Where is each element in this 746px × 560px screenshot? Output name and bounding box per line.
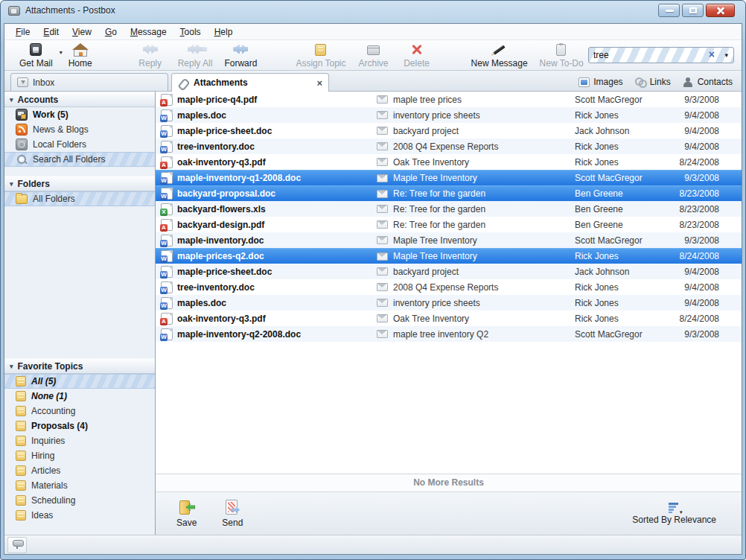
sidebar-item-search-all-folders[interactable]: Search All Folders — [4, 152, 155, 167]
search-clear-icon[interactable]: × — [709, 48, 715, 60]
forward-icon[interactable]: Forward ▾ — [221, 42, 260, 69]
topic-item-articles[interactable]: Articles — [4, 463, 155, 478]
topic-item-none[interactable]: None (1) — [4, 389, 155, 404]
attachment-subject: 2008 Q4 Expense Reports — [393, 141, 575, 152]
attachment-row[interactable]: maple-price-sheet.doc backyard project J… — [156, 123, 742, 139]
topic-item-ideas[interactable]: Ideas — [4, 508, 155, 523]
topic-item-hiring[interactable]: Hiring — [4, 448, 155, 463]
topic-item-proposals[interactable]: Proposals (4) — [4, 419, 155, 433]
send-button[interactable]: Send — [222, 499, 243, 528]
file-type-icon — [161, 328, 173, 340]
topic-item-scheduling[interactable]: Scheduling — [4, 493, 155, 508]
attachment-subject: maple tree inventory Q2 — [393, 329, 575, 340]
attachment-filename: oak-inventory-q3.pdf — [177, 157, 377, 168]
minimize-icon — [666, 10, 674, 12]
attachment-row[interactable]: maple-price-q4.pdf maple tree prices Sco… — [156, 92, 742, 107]
attachment-row[interactable]: backyard-proposal.doc Re: Tree for the g… — [156, 185, 742, 201]
topic-item-all[interactable]: All (5) — [4, 374, 155, 389]
topic-item-label: Inquiries — [31, 436, 65, 446]
file-type-icon — [161, 297, 173, 309]
reply-icon[interactable]: Reply ▾ — [132, 42, 169, 69]
archive-icon[interactable]: Archive ▾ — [355, 42, 392, 69]
topic-item-materials[interactable]: Materials — [4, 478, 155, 493]
sidebar-gap — [4, 167, 155, 176]
filter-label: Images — [593, 77, 622, 87]
sidebar-item-news-blogs[interactable]: News & Blogs — [4, 122, 155, 137]
home-icon[interactable]: Home ▾ — [62, 42, 99, 69]
topic-item-accounting[interactable]: Accounting — [4, 404, 155, 419]
attachment-subject: Re: Tree for the garden — [393, 188, 575, 199]
contacts-filter[interactable]: Contacts — [683, 77, 733, 87]
attachment-subject: 2008 Q4 Expense Reports — [393, 282, 575, 293]
menu-go[interactable]: Go — [98, 25, 124, 39]
close-tab-icon[interactable]: × — [316, 77, 322, 89]
attachment-row[interactable]: tree-inventory.doc 2008 Q4 Expense Repor… — [156, 279, 742, 295]
sidebar-item-work[interactable]: Work (5) — [4, 107, 155, 122]
tab-bar: Inbox × Attachments × Images — [4, 71, 742, 92]
new-todo-icon[interactable]: New To-Do ▾ — [537, 42, 587, 69]
menu-message[interactable]: Message — [124, 25, 173, 39]
sidebar-item-all-folders[interactable]: All Folders — [4, 191, 155, 206]
menu-view[interactable]: View — [66, 25, 98, 39]
attachments-panel: maple-price-q4.pdf maple tree prices Sco… — [156, 92, 742, 535]
menu-edit[interactable]: Edit — [36, 25, 66, 39]
attachment-sender: Jack Johnson — [575, 267, 663, 277]
attachment-row[interactable]: maple-price-sheet.doc backyard project J… — [156, 264, 742, 279]
attachment-row[interactable]: maple-prices-q2.doc Maple Tree Inventory… — [156, 248, 742, 264]
attachment-subject: maple tree prices — [393, 95, 575, 105]
attachment-row[interactable]: maple-inventory-q1-2008.doc Maple Tree I… — [156, 170, 742, 185]
delete-icon[interactable]: Delete ▾ — [398, 42, 436, 69]
attachment-row[interactable]: backyard-flowers.xls Re: Tree for the ga… — [156, 201, 742, 217]
topic-item-inquiries[interactable]: Inquiries — [4, 433, 155, 448]
attachment-row[interactable]: oak-inventory-q3.pdf Oak Tree Inventory … — [156, 311, 742, 326]
save-button[interactable]: Save — [176, 499, 197, 528]
minimize-button[interactable] — [658, 4, 680, 17]
file-type-icon — [161, 156, 173, 168]
folders-section-header[interactable]: ▾ Folders — [4, 176, 155, 191]
file-type-icon — [161, 125, 173, 137]
attachment-date: 9/4/2008 — [663, 141, 719, 152]
menu-tools[interactable]: Tools — [173, 25, 208, 39]
topic-icon — [16, 495, 26, 506]
attachment-date: 9/4/2008 — [663, 110, 719, 121]
attachment-row[interactable]: backyard-design.pdf Re: Tree for the gar… — [156, 217, 742, 232]
sort-bars-icon: ▾ — [668, 503, 681, 514]
close-button[interactable] — [706, 4, 735, 17]
attachment-subject: backyard project — [393, 126, 575, 136]
topic-icon — [16, 406, 26, 416]
get-mail-icon[interactable]: Get Mail ▾ — [16, 42, 56, 69]
links-filter[interactable]: Links — [635, 77, 671, 87]
attachment-sender: Scott MacGregor — [575, 235, 663, 246]
topic-item-label: Materials — [31, 480, 68, 491]
menu-file[interactable]: File — [9, 25, 36, 39]
assign-topic-icon[interactable]: Assign Topic ▾ — [293, 42, 348, 69]
attachment-row[interactable]: maple-inventory-q2-2008.doc maple tree i… — [156, 326, 742, 342]
titlebar: Attachments - Postbox — [1, 1, 745, 23]
attachment-row[interactable]: tree-inventory.doc 2008 Q4 Expense Repor… — [156, 139, 742, 154]
attachment-filename: tree-inventory.doc — [177, 282, 377, 293]
search-dropdown-icon[interactable]: ▾ — [724, 51, 728, 59]
menu-help[interactable]: Help — [208, 25, 240, 39]
maximize-button[interactable] — [682, 4, 704, 17]
reply-all-icon[interactable]: Reply All ▾ — [175, 42, 216, 69]
favorite-topics-section-header[interactable]: ▾ Favorite Topics — [4, 358, 155, 374]
tab-attachments[interactable]: Attachments × — [171, 73, 329, 92]
search-area: × ▾ — [588, 47, 734, 63]
accounts-section-header[interactable]: ▾ Accounts — [4, 92, 155, 107]
envelope-icon — [377, 299, 388, 307]
new-message-icon[interactable]: New Message ▾ — [468, 42, 531, 69]
sidebar-item-local-folders[interactable]: Local Folders — [4, 137, 155, 152]
topic-item-label: Accounting — [31, 406, 75, 416]
attachment-row[interactable]: maple-inventory.doc Maple Tree Inventory… — [156, 232, 742, 248]
main-toolbar: Get Mail ▾ Home ▾ Reply ▾ — [4, 40, 742, 71]
attachment-row[interactable]: oak-inventory-q3.pdf Oak Tree Inventory … — [156, 154, 742, 170]
online-status-button[interactable] — [7, 537, 27, 553]
attachment-row[interactable]: maples.doc inventory price sheets Rick J… — [156, 107, 742, 123]
sidebar-item-label: Local Folders — [33, 139, 86, 150]
favorite-topics-section-title: Favorite Topics — [18, 361, 83, 372]
tab-inbox[interactable]: Inbox × — [10, 73, 168, 91]
folder-icon — [16, 194, 28, 204]
sort-by-button[interactable]: ▾ Sorted By Relevance — [632, 503, 716, 525]
images-filter[interactable]: Images — [578, 77, 622, 87]
attachment-row[interactable]: maples.doc inventory price sheets Rick J… — [156, 295, 742, 311]
